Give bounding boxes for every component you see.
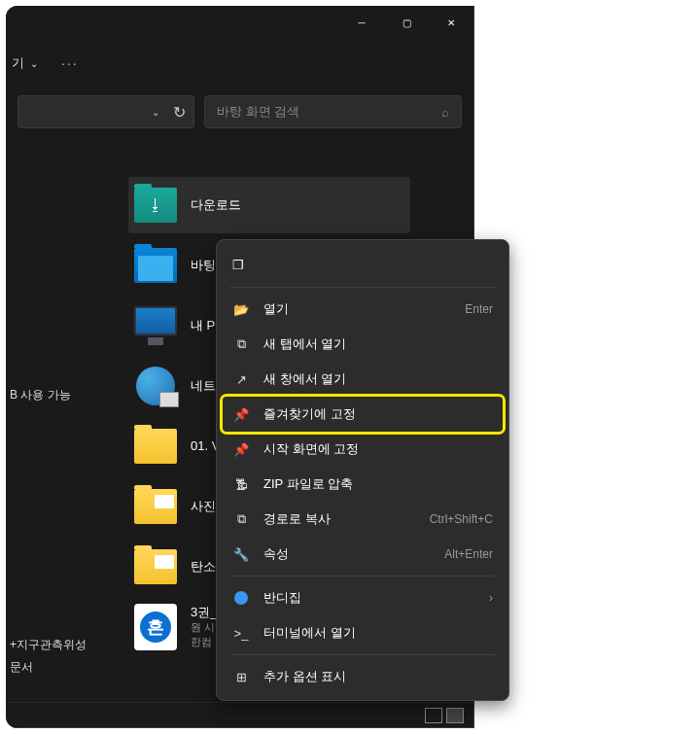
ctx-top-actions: ❐ (223, 246, 503, 283)
item-label: 사진 (191, 499, 216, 515)
more-options-icon: ⊞ (232, 670, 250, 684)
ctx-open-new-window[interactable]: ↗ 새 창에서 열기 (223, 362, 503, 397)
close-button[interactable]: ✕ (429, 6, 473, 39)
bandizip-icon (232, 591, 250, 605)
chevron-right-icon: › (489, 591, 493, 605)
ctx-shortcut: Enter (465, 302, 493, 316)
title-bar: ─ ▢ ✕ (6, 6, 473, 39)
sidebar-text: +지구관측위성 (6, 634, 121, 656)
wrench-icon: 🔧 (232, 547, 250, 562)
ctx-open-terminal[interactable]: >_ 터미널에서 열기 (223, 615, 503, 650)
item-label: 바팅 (191, 258, 216, 274)
search-input[interactable]: 바탕 화면 검색 ⌕ (204, 95, 462, 128)
content-area: B 사용 가능 +지구관측위성 문서 ⭳ 다운로드 바팅 내 P (6, 136, 473, 177)
hwp-file-icon: 흔 (134, 604, 177, 650)
separator (230, 654, 495, 655)
more-button[interactable]: ··· (46, 55, 94, 71)
pin-icon: 📌 (232, 407, 250, 422)
ctx-label: ZIP 파일로 압축 (263, 475, 493, 493)
item-label: 3권_ (191, 605, 217, 621)
ctx-label: 즐겨찾기에 고정 (263, 405, 493, 423)
folder-icon (134, 549, 177, 584)
ctx-label: 터미널에서 열기 (263, 624, 493, 642)
ctx-shortcut: Alt+Enter (444, 547, 493, 561)
folder-icon (134, 489, 177, 524)
new-window-icon: ↗ (232, 372, 250, 387)
separator (230, 576, 495, 577)
ctx-label: 추가 옵션 표시 (263, 668, 493, 685)
ctx-label: 시작 화면에 고정 (263, 440, 493, 458)
zip-icon: 🗜 (232, 477, 250, 492)
sidebar-text: 문서 (6, 656, 121, 679)
ctx-open[interactable]: 📂 열기 Enter (223, 292, 503, 327)
ctx-properties[interactable]: 🔧 속성 Alt+Enter (223, 537, 503, 572)
maximize-button[interactable]: ▢ (384, 6, 429, 39)
item-label: 탄소 (191, 559, 216, 576)
ctx-label: 열기 (263, 300, 451, 318)
terminal-icon: >_ (232, 626, 250, 641)
network-icon (136, 367, 175, 405)
item-sub: 원 시 (191, 620, 217, 635)
ctx-pin-to-start[interactable]: 📌 시작 화면에 고정 (223, 432, 503, 467)
item-label: 네트 (191, 378, 216, 395)
ctx-pin-to-quickaccess[interactable]: 📌 즐겨찾기에 고정 (223, 397, 503, 432)
folder-icon (134, 429, 177, 464)
item-sub: 한컴 (191, 635, 217, 649)
pin-icon: 📌 (232, 442, 250, 457)
toolbar: 기 ⌄ ··· (6, 39, 473, 87)
chevron-down-icon[interactable]: ⌄ (152, 107, 159, 118)
desktop-folder-icon (134, 248, 177, 283)
ctx-label: 반디집 (263, 589, 475, 607)
separator (230, 287, 495, 288)
ctx-open-new-tab[interactable]: ⧉ 새 탭에서 열기 (223, 327, 503, 362)
ctx-shortcut: Ctrl+Shift+C (430, 512, 493, 526)
search-placeholder: 바탕 화면 검색 (217, 103, 299, 121)
ctx-label: 경로로 복사 (263, 510, 416, 528)
context-menu: ❐ 📂 열기 Enter ⧉ 새 탭에서 열기 ↗ 새 창에서 열기 📌 즐겨찾… (216, 239, 509, 701)
folder-open-icon: 📂 (232, 302, 250, 317)
address-row: ⌄ ↻ 바탕 화면 검색 ⌕ (6, 87, 473, 136)
downloads-folder-icon: ⭳ (134, 188, 177, 223)
address-bar[interactable]: ⌄ ↻ (18, 95, 194, 128)
sidebar-text: B 사용 가능 (6, 384, 121, 406)
search-icon: ⌕ (441, 105, 449, 120)
copy-path-icon: ⧉ (232, 511, 250, 527)
sidebar-fragment: +지구관측위성 문서 (6, 634, 121, 679)
ctx-show-more-options[interactable]: ⊞ 추가 옵션 표시 (223, 659, 503, 694)
item-label: 내 P (191, 318, 215, 334)
list-item[interactable]: ⭳ 다운로드 (128, 177, 410, 233)
refresh-icon[interactable]: ↻ (173, 103, 186, 122)
status-bar (6, 702, 473, 727)
ctx-compress-zip[interactable]: 🗜 ZIP 파일로 압축 (223, 467, 503, 502)
sidebar-fragment: B 사용 가능 (6, 384, 121, 406)
large-icons-view-button[interactable] (446, 708, 464, 723)
ctx-label: 새 탭에서 열기 (263, 335, 493, 353)
chevron-down-icon: ⌄ (30, 58, 38, 69)
item-label: 다운로드 (191, 197, 241, 214)
ctx-copy-path[interactable]: ⧉ 경로로 복사 Ctrl+Shift+C (223, 502, 503, 537)
copy-icon[interactable]: ❐ (232, 258, 244, 272)
view-label: 기 (12, 54, 24, 72)
ctx-bandizip[interactable]: 반디집 › (223, 580, 503, 615)
minimize-button[interactable]: ─ (339, 6, 384, 39)
view-menu[interactable]: 기 ⌄ (8, 51, 42, 76)
details-view-button[interactable] (425, 708, 442, 723)
new-tab-icon: ⧉ (232, 336, 250, 352)
ctx-label: 속성 (263, 545, 431, 563)
pc-icon (134, 306, 177, 345)
ctx-label: 새 창에서 열기 (263, 370, 493, 388)
